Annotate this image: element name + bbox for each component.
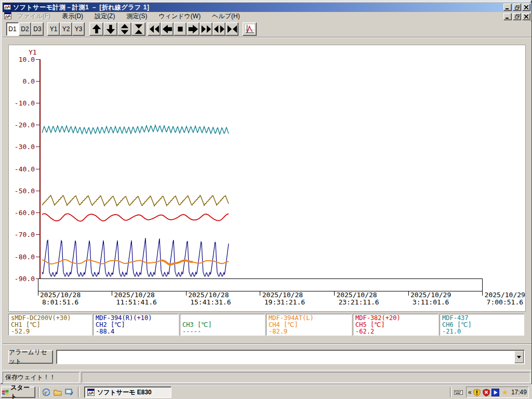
y1-button[interactable]: Y1: [47, 22, 60, 36]
d2-button[interactable]: D2: [19, 22, 31, 36]
graph-setup-button[interactable]: [243, 22, 257, 36]
mdi-restore-button[interactable]: [513, 13, 521, 20]
combo-dropdown-button[interactable]: [514, 351, 524, 363]
start-button[interactable]: スタート: [1, 387, 35, 398]
series-CH1: [42, 195, 229, 206]
window-title: ソフトサーモ計測－計測1 － [折れ線グラフ 1]: [13, 3, 149, 12]
svg-text:-70.0: -70.0: [15, 231, 35, 238]
series-CH4: [162, 260, 193, 264]
legend-current-value: -21.0: [442, 328, 522, 335]
star-status-icon[interactable]: ★: [501, 388, 509, 397]
chevron-down-icon: [517, 356, 521, 361]
menu-measure[interactable]: 測定(S): [123, 11, 151, 21]
legend-cell-CH4: MDF-394AT(L)CH4 [℃]-82.9: [266, 314, 352, 336]
step-right-button[interactable]: [187, 22, 200, 36]
internet-explorer-icon[interactable]: e: [42, 388, 51, 397]
series-CH5: [42, 214, 229, 221]
start-label: スタート: [10, 383, 35, 399]
mdi-minimize-button[interactable]: [503, 13, 512, 20]
expand-horizontal-button[interactable]: [212, 22, 225, 36]
app-window: ソフトサーモ計測－計測1 － [折れ線グラフ 1] ファイル(F) 表示(D) …: [0, 0, 532, 384]
client-area: Y110.00.0-10.0-20.0-30.0-40.0-50.0-60.0-…: [3, 38, 531, 370]
y2-button[interactable]: Y2: [60, 22, 72, 36]
restore-button[interactable]: [513, 4, 521, 11]
legend-cell-CH5: MDF-382(+20)CH5 [℃]-62.2: [353, 314, 438, 336]
close-button[interactable]: [522, 4, 530, 11]
menu-file: ファイル(F): [14, 11, 54, 21]
app-icon: [4, 3, 11, 12]
taskbar-divider: [450, 387, 451, 397]
legend-current-value: -52.9: [11, 328, 89, 335]
line-chart-panel: Y110.00.0-10.0-20.0-30.0-40.0-50.0-60.0-…: [8, 45, 526, 312]
fast-rewind-button[interactable]: [148, 22, 161, 36]
svg-text:10.0: 10.0: [19, 56, 35, 63]
security-warning-shield-icon[interactable]: [473, 388, 481, 397]
compress-horizontal-button[interactable]: [225, 22, 238, 36]
legend-current-value: -----: [182, 328, 262, 335]
svg-text:2025/10/29: 2025/10/29: [485, 291, 525, 299]
alarm-row: アラームリセット: [3, 343, 531, 367]
task-button-softthermo[interactable]: ソフトサーモ E830: [84, 387, 171, 398]
stop-button[interactable]: [174, 22, 187, 36]
compress-vertical-button[interactable]: [131, 22, 145, 36]
svg-text:-20.0: -20.0: [15, 121, 35, 129]
menu-bar: ファイル(F) 表示(D) 設定(Z) 測定(S) ウィンドウ(W) ヘルプ(H…: [3, 12, 531, 21]
scroll-down-button[interactable]: [103, 22, 117, 36]
show-desktop-icon[interactable]: [64, 388, 74, 397]
legend-current-value: -62.2: [355, 328, 436, 335]
minimize-button[interactable]: [503, 4, 512, 11]
taskbar-clock[interactable]: 17:49: [511, 389, 527, 396]
svg-text:19:31:21.6: 19:31:21.6: [264, 298, 305, 306]
svg-text:2025/10/28: 2025/10/28: [188, 291, 229, 299]
keyboard-icon[interactable]: [454, 388, 463, 397]
svg-text:15:41:31.6: 15:41:31.6: [190, 298, 231, 306]
svg-text:e: e: [45, 389, 47, 395]
series-CH2: [42, 238, 229, 276]
svg-text:-90.0: -90.0: [15, 275, 35, 283]
alarm-reset-button[interactable]: アラームリセット: [8, 350, 53, 364]
svg-text:23:21:11.6: 23:21:11.6: [338, 298, 379, 306]
security-alert-shield-icon[interactable]: [482, 388, 490, 397]
media-play-icon[interactable]: [491, 388, 500, 397]
menu-view[interactable]: 表示(D): [58, 11, 87, 21]
alarm-combo-box[interactable]: [56, 350, 525, 364]
legend-cell-CH1: sMDF-DC200V(+30)CH1 [℃]-52.9: [8, 314, 92, 336]
legend-cell-CH6: MDF-437CH6 [℃]-21.0: [440, 314, 524, 336]
legend-cell-CH3: CH3 [℃]-----: [180, 314, 265, 336]
svg-text:0.0: 0.0: [23, 77, 35, 85]
expand-vertical-button[interactable]: [117, 22, 131, 36]
toolbar: D1 D2 D3 Y1 Y2 Y3: [3, 21, 531, 37]
step-left-button[interactable]: [161, 22, 174, 36]
svg-text:2025/10/28: 2025/10/28: [336, 291, 377, 299]
d1-button[interactable]: D1: [6, 22, 19, 36]
svg-text:2025/10/29: 2025/10/29: [410, 291, 451, 299]
status-message: 保存ウェイト！！: [3, 372, 79, 383]
svg-text:-80.0: -80.0: [15, 253, 35, 261]
legend-current-value: -88.4: [96, 328, 176, 335]
scroll-up-button[interactable]: [89, 22, 103, 36]
svg-text:-40.0: -40.0: [15, 165, 35, 173]
taskbar-divider: [78, 387, 79, 397]
title-bar: ソフトサーモ計測－計測1 － [折れ線グラフ 1]: [3, 3, 531, 12]
mdi-document-icon[interactable]: [4, 12, 11, 21]
status-panel-right: [82, 372, 530, 383]
svg-text:2025/10/28: 2025/10/28: [40, 291, 81, 299]
svg-text:11:51:41.6: 11:51:41.6: [116, 298, 157, 306]
svg-text:2025/10/28: 2025/10/28: [114, 291, 155, 299]
folder-icon[interactable]: [53, 388, 62, 397]
menu-window[interactable]: ウィンドウ(W): [155, 11, 204, 21]
svg-text:-60.0: -60.0: [15, 209, 35, 217]
taskbar: スタート e ソフトサーモ E830 « ★ 17:49: [0, 384, 532, 399]
svg-text:3:11:01.6: 3:11:01.6: [413, 298, 449, 306]
d3-button[interactable]: D3: [31, 22, 44, 36]
svg-text:-10.0: -10.0: [15, 99, 35, 107]
fast-forward-button[interactable]: [200, 22, 212, 36]
mdi-close-button[interactable]: [522, 13, 530, 20]
svg-text:8:01:51.6: 8:01:51.6: [42, 298, 78, 306]
tray-expand-chevron[interactable]: «: [468, 389, 472, 396]
legend-current-value: -82.9: [269, 328, 349, 335]
y3-button[interactable]: Y3: [72, 22, 85, 36]
menu-settings[interactable]: 設定(Z): [91, 11, 118, 21]
svg-text:-50.0: -50.0: [15, 187, 35, 195]
menu-help[interactable]: ヘルプ(H): [208, 11, 244, 21]
